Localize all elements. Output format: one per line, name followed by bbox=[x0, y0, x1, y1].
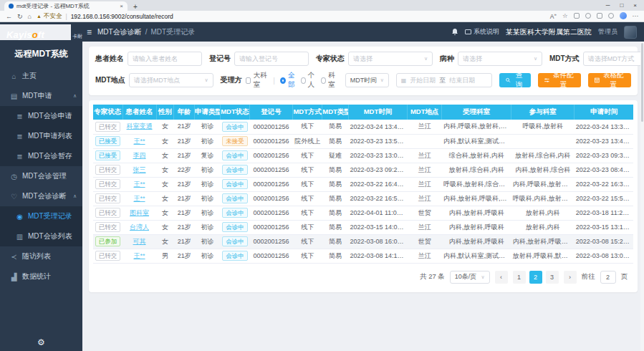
radio-all[interactable]: 全部 bbox=[280, 71, 297, 90]
breadcrumb-current: MDT受理记录 bbox=[150, 27, 195, 37]
sidebar-item-label: MDT申请 bbox=[22, 91, 52, 101]
favorites-icon[interactable]: ☆ bbox=[562, 12, 568, 19]
prev-page-button[interactable]: ‹ bbox=[495, 271, 508, 284]
cell-mdt_status: 未接受 bbox=[220, 134, 249, 148]
column-header-join_depts: 参与科室 bbox=[511, 105, 575, 120]
patient-name-link[interactable]: 王** bbox=[134, 195, 145, 202]
sidebar-collapse-icon[interactable]: ≡ bbox=[87, 27, 92, 37]
cell-mdt_status: 会诊中 bbox=[220, 177, 249, 191]
breadcrumb: MDT会诊诊断 / MDT受理记录 bbox=[97, 27, 195, 37]
patient-name-link[interactable]: 可其 bbox=[133, 238, 146, 245]
url-box[interactable]: ▲ 不安全 | 192.168.0.156:9002/consultate/re… bbox=[37, 12, 545, 21]
cell-mdt_status: 会诊中 bbox=[220, 191, 249, 206]
table-row: 已转交王**女21岁初诊会诊中0002001256线下简易2022-03-22 … bbox=[93, 191, 633, 206]
browser-profile-avatar[interactable] bbox=[620, 12, 627, 19]
browser-menu-icon[interactable]: ⋯ bbox=[633, 12, 639, 19]
system-help-link[interactable]: 系统说明 bbox=[465, 27, 499, 37]
user-avatar[interactable] bbox=[624, 26, 637, 39]
read-aloud-icon[interactable]: A» bbox=[550, 12, 557, 20]
big-dept-checkbox[interactable]: 大科室 bbox=[246, 71, 269, 90]
page-button-2[interactable]: 2 bbox=[529, 271, 542, 284]
window-minimize-button[interactable]: ─ bbox=[606, 2, 610, 9]
user-role[interactable]: 管理员 bbox=[598, 27, 617, 37]
cell-mdt_place: 兰江 bbox=[408, 148, 442, 163]
column-header-mdt_status: MDT状态 bbox=[220, 105, 249, 120]
reg-no-input[interactable]: 请输入登记号 bbox=[234, 52, 309, 66]
patient-name-label: 患者姓名 bbox=[95, 54, 124, 64]
cell-accept_depts: 内科,呼吸科,放射科,综合科 bbox=[442, 120, 511, 134]
collections-icon[interactable] bbox=[574, 13, 580, 19]
patient-name-input[interactable]: 请输入患者姓名 bbox=[128, 52, 202, 66]
sidebar-item-mdt-apply-list[interactable]: ≣MDT申请列表 bbox=[0, 126, 82, 146]
sidebar-item-mdt-consult-draft[interactable]: ≣MDT会诊暂存 bbox=[0, 146, 82, 166]
patient-name-link[interactable]: 王** bbox=[134, 181, 145, 188]
search-button[interactable]: 查询 bbox=[499, 73, 531, 87]
sidebar-item-mdt-accept-record[interactable]: ◉MDT受理记录 bbox=[0, 206, 82, 226]
extensions-icon[interactable] bbox=[608, 13, 614, 19]
patient-name-link[interactable]: 科室变通 bbox=[127, 122, 153, 130]
cell-mdt_type: 简易 bbox=[322, 206, 349, 220]
table-row: 已接受李四女21岁复诊会诊中0002001256线下疑难2022-03-23 1… bbox=[93, 148, 633, 163]
cell-mdt_place: 世贸 bbox=[408, 234, 442, 249]
sidebar-item-mdt-consult-manage[interactable]: ◷MDT会诊管理 bbox=[0, 166, 82, 186]
sidebar-item-data-statistics[interactable]: ▟数据统计 bbox=[0, 266, 82, 287]
refresh-icon[interactable]: ↻ bbox=[17, 13, 23, 20]
cell-mdt_mode: 线下 bbox=[293, 148, 322, 163]
patient-name-link[interactable]: 图科室 bbox=[130, 209, 149, 216]
apps-icon[interactable] bbox=[597, 13, 602, 19]
sidebar-item-mdt-apply[interactable]: ▤MDT申请∧ bbox=[0, 86, 82, 106]
mdt-place-select[interactable]: 请选择MDT地点∨ bbox=[129, 73, 213, 87]
sidebar-item-home[interactable]: ⌂主页 bbox=[0, 66, 82, 86]
disease-select[interactable]: 请选择∨ bbox=[458, 52, 542, 66]
cell-join_depts: 放射科,综合科,内科 bbox=[511, 148, 575, 163]
mdt-mode-select[interactable]: 请选择MDT方式∨ bbox=[583, 52, 644, 66]
cell-mdt_mode: 线下 bbox=[293, 234, 322, 249]
cell-age: 21岁 bbox=[174, 191, 195, 206]
page-scrollbar[interactable] bbox=[640, 42, 644, 351]
cell-gender: 女 bbox=[156, 134, 174, 148]
condition-config-button[interactable]: 条件配置 bbox=[538, 73, 581, 87]
monitor-icon bbox=[465, 29, 471, 34]
page-size-select[interactable]: 10条/页∨ bbox=[450, 271, 490, 284]
tab-close-icon[interactable]: × bbox=[120, 3, 123, 9]
next-page-button[interactable]: › bbox=[564, 271, 577, 284]
date-range-picker[interactable]: ▦ 开始日期 至 结束日期 bbox=[396, 73, 493, 87]
sidebar-item-mdt-consult-diagnosis[interactable]: ♡MDT会诊诊断∧ bbox=[0, 186, 82, 206]
cell-name: 王** bbox=[122, 134, 156, 148]
breadcrumb-parent[interactable]: MDT会诊诊断 bbox=[97, 27, 142, 37]
cell-age: 21岁 bbox=[174, 220, 195, 234]
sidebar-item-mdt-consult-apply[interactable]: ≣MDT会诊申请 bbox=[0, 106, 82, 126]
browser-tab[interactable]: mdt受理记录 - 远程MDT系统 × bbox=[4, 1, 128, 11]
downloads-icon[interactable] bbox=[585, 13, 591, 19]
goto-page-input[interactable]: 2 bbox=[600, 271, 616, 284]
notification-bell-icon[interactable] bbox=[451, 28, 458, 36]
security-warning[interactable]: ▲ 不安全 bbox=[37, 12, 62, 21]
home-icon[interactable]: ⌂ bbox=[28, 13, 32, 20]
sidebar-item-label: MDT会诊管理 bbox=[22, 171, 67, 181]
page-button-1[interactable]: 1 bbox=[513, 271, 526, 284]
window-close-button[interactable]: × bbox=[633, 2, 637, 9]
settings-gear-icon[interactable]: ⚙ bbox=[0, 337, 82, 347]
cell-expert_status: 已转交 bbox=[93, 120, 122, 134]
patient-name-link[interactable]: 张三 bbox=[133, 166, 146, 173]
cell-mdt_mode: 线下 bbox=[293, 177, 322, 191]
window-maximize-button[interactable]: □ bbox=[620, 2, 623, 9]
cell-mdt_type: 简易 bbox=[322, 177, 349, 191]
sidebar-item-mdt-consult-list[interactable]: ▥MDT会诊列表 bbox=[0, 226, 82, 246]
back-icon[interactable]: ← bbox=[6, 13, 12, 20]
patient-name-link[interactable]: 王** bbox=[134, 138, 145, 145]
patient-name-link[interactable]: 李四 bbox=[133, 152, 146, 159]
cell-name: 李四 bbox=[122, 148, 156, 163]
expert-status-select[interactable]: 请选择∨ bbox=[348, 52, 433, 66]
page-button-3[interactable]: 3 bbox=[546, 271, 559, 284]
table-config-button[interactable]: 表格配置 bbox=[588, 73, 631, 87]
patient-name-link[interactable]: 王** bbox=[134, 252, 145, 259]
patient-name-link[interactable]: 台湾人 bbox=[130, 223, 149, 231]
expert-status-label: 专家状态 bbox=[316, 54, 345, 64]
radio-dept[interactable]: 科室 bbox=[321, 71, 338, 90]
cell-reg_no: 0002001256 bbox=[250, 163, 293, 177]
radio-personal[interactable]: 个人 bbox=[301, 71, 318, 90]
sidebar-item-follow-up-list[interactable]: ≺随访列表 bbox=[0, 246, 82, 266]
time-field-select[interactable]: MDT时间∨ bbox=[345, 73, 389, 87]
new-tab-button[interactable]: + bbox=[133, 3, 138, 11]
